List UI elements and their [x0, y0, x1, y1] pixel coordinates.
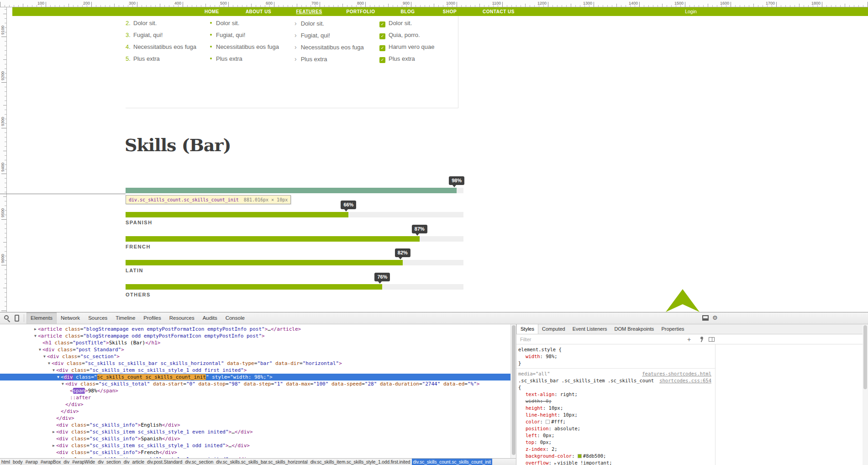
css-property[interactable]: overflow: ▶visible !important; [518, 460, 713, 465]
devtools-tab-resources[interactable]: Resources [165, 312, 199, 324]
devtools-tree-row[interactable]: </div> [0, 408, 510, 415]
devtools-tree-row[interactable]: ▼<div class="sc_skills sc_skills_bar sc_… [0, 360, 510, 367]
css-property[interactable]: z-index: 2; [518, 446, 713, 453]
css-property[interactable]: height: 10px; [518, 405, 713, 412]
devtools-tree-row[interactable]: <div class="sc_skills_info">French</div> [0, 449, 510, 456]
breadcrumb-item[interactable]: section [105, 459, 122, 465]
devtools-tree-row[interactable]: </div> [0, 401, 510, 408]
scroll-to-top-button[interactable] [666, 289, 700, 312]
breadcrumb-item[interactable]: div [96, 459, 105, 465]
nav-item-features[interactable]: FEATURES [296, 7, 322, 16]
collapse-arrow-icon[interactable]: ▼ [33, 333, 38, 339]
collapse-arrow-icon[interactable]: ▼ [47, 360, 52, 367]
split-panel-icon[interactable] [709, 337, 715, 342]
devtools-tree-row[interactable]: ▼<article class="blogStreampage odd empt… [0, 333, 510, 339]
devtools-tree-row[interactable]: ▼<div class="sc_skills_item sc_skills_st… [0, 367, 510, 374]
breadcrumb-item[interactable]: #wrap [24, 459, 39, 465]
css-property[interactable]: position: absolute; [518, 425, 713, 432]
code-segment: <article [38, 333, 62, 339]
css-property[interactable]: width: 98%; [518, 353, 713, 360]
nav-item-about-us[interactable]: ABOUT US [246, 7, 271, 16]
media-query-row: features-shortcodes.htmlmedia="all" [518, 370, 713, 377]
devtools-tree-row[interactable]: <h1 class="postTitle">Skills (Bar)</h1> [0, 339, 510, 346]
collapse-arrow-icon[interactable]: ▼ [42, 353, 47, 360]
collapse-arrow-icon[interactable]: ▼ [60, 380, 65, 387]
css-property-value: 10px [563, 412, 574, 417]
new-style-rule-icon[interactable]: + [687, 334, 691, 344]
css-property[interactable]: color: #fff; [518, 418, 713, 425]
devtools-tab-audits[interactable]: Audits [199, 312, 221, 324]
css-property[interactable]: width: 0; [518, 398, 713, 405]
breadcrumb-item[interactable]: div.sc_skills_count.sc_skills_count_init [412, 459, 492, 465]
devtools-tab-timeline[interactable]: Timeline [111, 312, 139, 324]
sidebar-tab-properties[interactable]: Properties [658, 324, 688, 334]
stylesheet-link[interactable]: shortcodes.css:654 [659, 377, 711, 384]
breadcrumb-item[interactable]: body [11, 459, 24, 465]
scrollbar-thumb[interactable] [512, 325, 516, 455]
styles-scrollbar[interactable] [863, 324, 868, 465]
devtools-tree-row[interactable]: ▼<div class="post Standard"> [0, 346, 510, 353]
devtools-tab-elements[interactable]: Elements [26, 312, 57, 324]
devtools-tree-row[interactable]: </div> [0, 415, 510, 422]
dock-icon[interactable] [702, 315, 709, 321]
nav-item-portfolio[interactable]: PORTFOLIO [347, 7, 375, 16]
sidebar-tab-event-listeners[interactable]: Event Listeners [569, 324, 611, 334]
sidebar-tab-dom-breakpoints[interactable]: DOM Breakpoints [611, 324, 658, 334]
breadcrumb-item[interactable]: div [62, 459, 71, 465]
list-item-text: Plus extra [301, 56, 327, 63]
list-item-text: Plus extra [133, 55, 160, 62]
device-mode-icon[interactable] [15, 315, 19, 322]
breadcrumb-item[interactable]: #wrapWide [71, 459, 96, 465]
devtools-tree-row[interactable]: <span>98%</span> [0, 387, 510, 394]
breadcrumb-item[interactable]: div.sc_skills_item.sc_skills_style_1.odd… [309, 459, 412, 465]
breadcrumb-item[interactable]: #wrapBox [39, 459, 62, 465]
breadcrumb-item[interactable]: div.post.Standard [146, 459, 184, 465]
sidebar-tab-styles[interactable]: Styles [516, 324, 538, 334]
collapse-arrow-icon[interactable]: ▼ [56, 374, 61, 380]
nav-item-shop[interactable]: SHOP [443, 7, 457, 16]
inspect-element-icon[interactable] [4, 315, 9, 320]
settings-gear-icon[interactable]: ⚙ [712, 314, 718, 321]
devtools-tab-sources[interactable]: Sources [84, 312, 111, 324]
login-link[interactable]: Login [685, 7, 697, 16]
sidebar-tab-computed[interactable]: Computed [538, 324, 569, 334]
css-property[interactable]: line-height: 10px; [518, 412, 713, 418]
expand-arrow-icon[interactable]: ▶ [51, 442, 56, 449]
devtools-tab-profiles[interactable]: Profiles [139, 312, 165, 324]
nav-item-contact-us[interactable]: CONTACT US [483, 7, 515, 16]
element-state-icon[interactable] [699, 337, 704, 342]
devtools-tab-console[interactable]: Console [221, 312, 249, 324]
breadcrumb-item[interactable]: div.sc_skills.sc_skills_bar.sc_skills_ho… [215, 459, 309, 465]
breadcrumb-item[interactable]: article [131, 459, 146, 465]
scrollbar-thumb[interactable] [863, 325, 867, 389]
collapse-arrow-icon[interactable]: ▼ [51, 367, 56, 374]
devtools-tree-row[interactable]: <div class="sc_skills_info">English</div… [0, 422, 510, 428]
css-property[interactable]: text-align: right; [518, 391, 713, 398]
devtools-tree-row[interactable]: ▶<article class="blogStreampage even emp… [0, 326, 510, 333]
collapse-arrow-icon[interactable]: ▼ [37, 346, 42, 353]
nav-item-blog[interactable]: BLOG [401, 7, 415, 16]
devtools-tree-row[interactable]: <div class="sc_skills_info">Spanish</div… [0, 435, 510, 442]
devtools-tree-row[interactable]: ▼<div class="sc_section"> [0, 353, 510, 360]
css-property[interactable]: top: 0px; [518, 439, 713, 446]
expand-arrow-icon[interactable]: ▶ [554, 462, 556, 465]
css-property[interactable]: left: 0px; [518, 432, 713, 439]
devtools-tree-row[interactable]: ▶<div class="sc_skills_item sc_skills_st… [0, 442, 510, 449]
breadcrumb-item[interactable]: div.sc_section [184, 459, 215, 465]
devtools-tree-row[interactable]: ::after [0, 394, 510, 401]
breadcrumb-item[interactable]: html [0, 459, 11, 465]
devtools-tree-row[interactable]: ▶<div class="sc_skills_item sc_skills_st… [0, 428, 510, 435]
styles-filter-input[interactable]: Filter [520, 334, 531, 344]
css-property[interactable]: background-color: #8db500; [518, 453, 713, 460]
elements-scrollbar[interactable] [510, 324, 516, 458]
expand-arrow-icon[interactable]: ▶ [33, 326, 38, 333]
devtools-tree-row[interactable]: ▼<div class="sc_skills_count sc_skills_c… [0, 374, 510, 380]
expand-arrow-icon[interactable]: ▶ [51, 428, 56, 435]
breadcrumb-item[interactable]: div [122, 459, 131, 465]
arrow-marker-icon: › [295, 43, 297, 51]
devtools-tree-row[interactable]: ▼<div class="sc_skills_total" data-start… [0, 380, 510, 387]
devtools-tab-network[interactable]: Network [57, 312, 84, 324]
code-segment: "postTitle" [73, 340, 106, 346]
nav-item-home[interactable]: HOME [205, 7, 219, 16]
stylesheet-link[interactable]: features-shortcodes.html [642, 370, 711, 377]
